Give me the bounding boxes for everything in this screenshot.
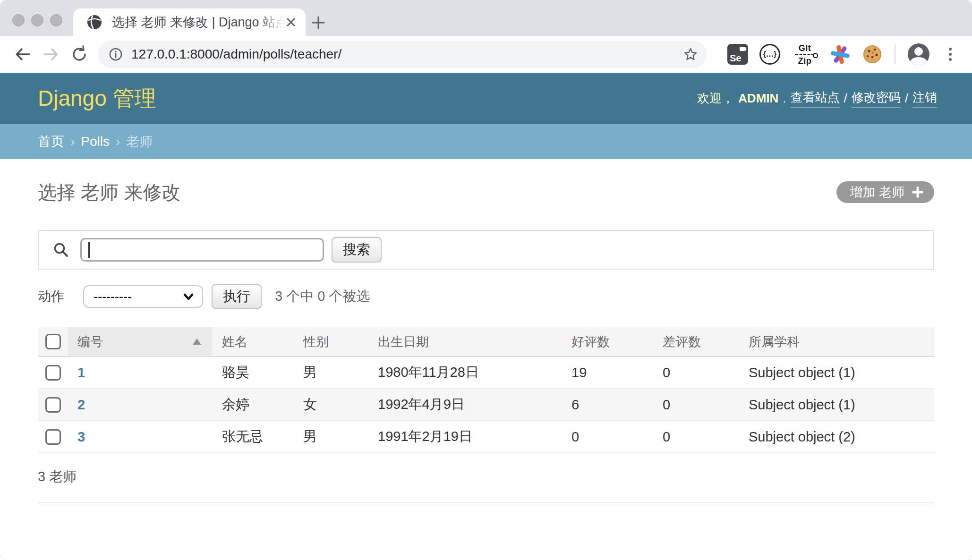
teacher-id-link[interactable]: 1 bbox=[77, 365, 85, 380]
zipper-icon bbox=[795, 54, 814, 55]
cell-bad: 0 bbox=[653, 421, 739, 453]
browser-window: 选择 老师 来修改 | Django 站点管 bbox=[0, 0, 972, 560]
teacher-id-link[interactable]: 2 bbox=[77, 397, 85, 412]
text-caret bbox=[88, 242, 90, 258]
breadcrumb-home-link[interactable]: 首页 bbox=[38, 133, 64, 151]
globe-favicon-icon bbox=[86, 14, 102, 30]
cell-name: 张无忌 bbox=[213, 421, 294, 453]
admin-header: Django 管理 欢迎， ADMIN. 查看站点 / 修改密码 / 注销 bbox=[0, 73, 972, 124]
json-viewer-extension-icon[interactable]: {…} bbox=[759, 44, 780, 65]
cell-good: 0 bbox=[562, 421, 653, 453]
actions-bar: 动作 --------- 执行 3 个中 0 个被选 bbox=[38, 285, 934, 308]
browser-tab[interactable]: 选择 老师 来修改 | Django 站点管 bbox=[73, 8, 306, 36]
row-checkbox[interactable] bbox=[45, 365, 61, 381]
back-icon[interactable] bbox=[12, 44, 33, 65]
cell-birthday: 1980年11月28日 bbox=[368, 356, 562, 389]
asterisk-extension-icon[interactable] bbox=[829, 43, 851, 65]
breadcrumb-current: 老师 bbox=[126, 133, 153, 151]
cell-good: 19 bbox=[562, 356, 653, 389]
bookmark-star-icon[interactable] bbox=[683, 47, 698, 62]
teacher-id-link[interactable]: 3 bbox=[77, 429, 85, 444]
row-checkbox[interactable] bbox=[45, 429, 61, 445]
plus-icon bbox=[912, 186, 924, 198]
table-row: 1 骆昊 男 1980年11月28日 19 0 Subject object (… bbox=[38, 356, 934, 389]
row-checkbox[interactable] bbox=[45, 397, 61, 413]
column-header-good: 好评数 bbox=[562, 327, 653, 356]
column-header-birthday: 出生日期 bbox=[368, 327, 562, 356]
maximize-window-button[interactable] bbox=[50, 14, 62, 26]
url-text: 127.0.0.1:8000/admin/polls/teacher/ bbox=[131, 47, 683, 62]
table-header-row: 编号 姓名 性别 出生日期 好评数 差评数 所属学科 bbox=[38, 327, 934, 356]
column-header-subject: 所属学科 bbox=[739, 327, 934, 356]
chevron-down-icon bbox=[182, 290, 195, 303]
profile-avatar[interactable] bbox=[908, 43, 929, 65]
traffic-lights bbox=[12, 14, 62, 26]
url-bar[interactable]: 127.0.0.1:8000/admin/polls/teacher/ bbox=[98, 41, 707, 68]
teacher-table: 编号 姓名 性别 出生日期 好评数 差评数 所属学科 1 骆昊 bbox=[38, 327, 934, 453]
cell-subject: Subject object (1) bbox=[739, 356, 934, 389]
column-header-gender: 性别 bbox=[294, 327, 368, 356]
action-select[interactable]: --------- bbox=[83, 285, 203, 308]
column-header-name: 姓名 bbox=[213, 327, 294, 356]
search-bar: 搜索 bbox=[38, 230, 934, 270]
cell-subject: Subject object (1) bbox=[739, 389, 934, 421]
paginator-count: 3 老师 bbox=[38, 453, 934, 502]
browser-toolbar: 127.0.0.1:8000/admin/polls/teacher/ Se {… bbox=[0, 36, 972, 73]
toolbar-divider bbox=[895, 44, 895, 64]
select-all-checkbox[interactable] bbox=[45, 334, 61, 349]
cookie-extension-icon[interactable] bbox=[862, 44, 882, 64]
tab-title: 选择 老师 来修改 | Django 站点管 bbox=[112, 14, 285, 31]
forward-icon[interactable] bbox=[41, 44, 61, 65]
table-row: 2 余婷 女 1992年4月9日 6 0 Subject object (1) bbox=[38, 389, 934, 421]
gitzip-extension-icon[interactable]: Git Zip bbox=[792, 44, 818, 65]
footer-divider bbox=[38, 502, 934, 503]
execute-action-button[interactable]: 执行 bbox=[212, 284, 262, 309]
actions-label: 动作 bbox=[38, 288, 64, 305]
search-icon bbox=[53, 242, 69, 258]
minimize-window-button[interactable] bbox=[31, 14, 43, 26]
view-site-link[interactable]: 查看站点 bbox=[791, 89, 840, 108]
tab-close-icon[interactable] bbox=[285, 16, 297, 28]
cell-gender: 男 bbox=[294, 421, 368, 453]
cell-name: 骆昊 bbox=[213, 356, 294, 389]
username: ADMIN bbox=[738, 91, 778, 106]
column-header-bad: 差评数 bbox=[653, 327, 739, 356]
extension-icons: Se {…} Git Zip bbox=[716, 43, 882, 65]
new-tab-button[interactable] bbox=[308, 12, 329, 33]
site-brand[interactable]: Django 管理 bbox=[38, 84, 156, 113]
cell-name: 余婷 bbox=[213, 389, 294, 421]
search-input[interactable] bbox=[80, 238, 324, 262]
breadcrumb: 首页 › Polls › 老师 bbox=[0, 124, 972, 159]
cell-gender: 女 bbox=[294, 389, 368, 421]
reload-icon[interactable] bbox=[69, 44, 90, 65]
changelist-content: 选择 老师 来修改 增加 老师 搜索 动作 bbox=[0, 180, 972, 503]
selenium-extension-icon[interactable]: Se bbox=[727, 44, 748, 65]
search-button[interactable]: 搜索 bbox=[332, 237, 382, 263]
tab-strip: 选择 老师 来修改 | Django 站点管 bbox=[0, 0, 972, 36]
sort-ascending-icon bbox=[193, 339, 201, 345]
selection-counter: 3 个中 0 个被选 bbox=[275, 287, 370, 306]
table-row: 3 张无忌 男 1991年2月19日 0 0 Subject object (2… bbox=[38, 421, 934, 453]
page-title: 选择 老师 来修改 bbox=[38, 179, 180, 205]
logout-link[interactable]: 注销 bbox=[912, 89, 937, 108]
change-password-link[interactable]: 修改密码 bbox=[852, 89, 901, 108]
camera-icon bbox=[740, 47, 746, 51]
cell-birthday: 1992年4月9日 bbox=[368, 389, 562, 421]
welcome-text: 欢迎， bbox=[697, 90, 734, 107]
browser-menu-icon[interactable] bbox=[941, 48, 960, 61]
site-info-icon[interactable] bbox=[109, 47, 123, 61]
cell-subject: Subject object (2) bbox=[739, 421, 934, 453]
cell-good: 6 bbox=[562, 389, 653, 421]
cell-bad: 0 bbox=[653, 389, 739, 421]
cell-gender: 男 bbox=[294, 356, 368, 389]
breadcrumb-polls-link[interactable]: Polls bbox=[81, 134, 110, 149]
close-window-button[interactable] bbox=[12, 14, 25, 26]
cell-bad: 0 bbox=[653, 356, 739, 389]
user-tools: 欢迎， ADMIN. 查看站点 / 修改密码 / 注销 bbox=[697, 89, 937, 108]
cell-birthday: 1991年2月19日 bbox=[368, 421, 562, 453]
add-teacher-button[interactable]: 增加 老师 bbox=[836, 181, 934, 203]
column-header-id[interactable]: 编号 bbox=[68, 327, 213, 356]
